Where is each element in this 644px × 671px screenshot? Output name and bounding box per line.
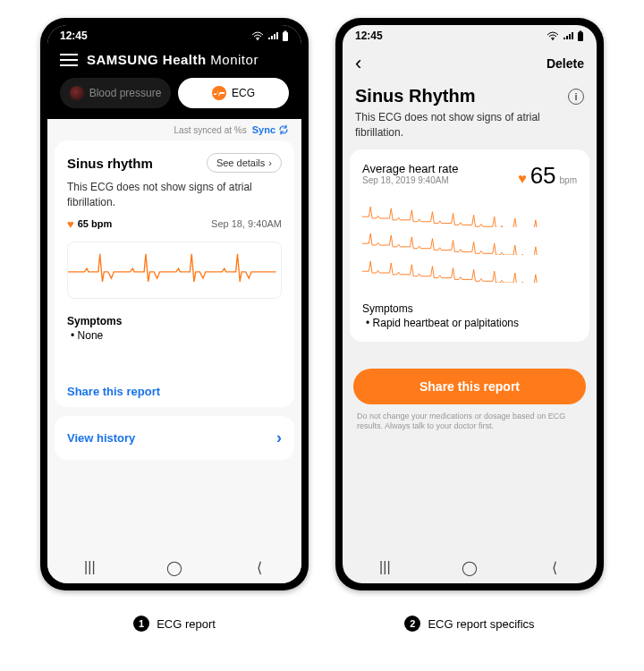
phone-a-screen: 12:45 SAMSUNG Health Monitor [47, 25, 301, 583]
sync-row: Last synced at %s Sync [47, 119, 301, 140]
svg-rect-4 [578, 32, 583, 41]
detail-header: ‹ Delete [343, 47, 597, 79]
phone-a-column: 12:45 SAMSUNG Health Monitor [40, 18, 309, 632]
status-time: 12:45 [355, 30, 383, 42]
result-title: Sinus rhythm [67, 156, 153, 171]
info-icon[interactable]: i [568, 89, 584, 105]
bpm-text: 65 bpm [78, 218, 113, 229]
phone-b-column: 12:45 ‹ Delete Sinus Rhythm i This ECG d… [335, 18, 604, 632]
svg-rect-5 [580, 31, 582, 33]
phone-b-screen: 12:45 ‹ Delete Sinus Rhythm i This ECG d… [343, 25, 597, 583]
app-header: SAMSUNG Health Monitor Blood pressure EC [47, 47, 301, 119]
result-description: This ECG does not show signs of atrial f… [343, 110, 597, 149]
nav-home-icon[interactable]: ◯ [459, 559, 480, 576]
ecg-icon [212, 86, 226, 100]
view-history-button[interactable]: View history › [55, 416, 294, 460]
refresh-icon [278, 124, 289, 135]
heart-rate-label: Average heart rate [362, 162, 458, 175]
status-bar: 12:45 [343, 25, 597, 47]
status-icons [251, 30, 289, 41]
sync-label: Sync [252, 124, 275, 135]
content-area: Last synced at %s Sync Sinus rhythm See … [47, 119, 301, 583]
nav-home-icon[interactable]: ◯ [164, 559, 185, 576]
battery-icon [282, 30, 289, 41]
title-row: Sinus Rhythm i [343, 79, 597, 110]
share-report-link[interactable]: Share this report [67, 385, 282, 398]
battery-icon [577, 30, 584, 41]
svg-point-3 [552, 38, 554, 40]
nav-back-icon[interactable]: ⟨ [544, 559, 565, 576]
symptoms-block: Symptoms None [67, 315, 282, 342]
nav-recents-icon[interactable]: ||| [79, 559, 100, 575]
share-report-button[interactable]: Share this report [353, 369, 586, 404]
svg-point-0 [257, 38, 258, 40]
caption-b-num: 2 [404, 616, 420, 632]
detail-card: Average heart rate Sep 18, 2019 9:40AM ♥… [350, 149, 589, 342]
heart-rate-timestamp: Sep 18, 2019 9:40AM [362, 175, 458, 185]
nav-recents-icon[interactable]: ||| [374, 559, 395, 575]
svg-rect-2 [284, 31, 287, 33]
measurement-time: Sep 18, 9:40AM [211, 218, 282, 229]
app-title-bold: SAMSUNG [87, 52, 158, 67]
app-title-mid: Health [163, 52, 207, 67]
tab-ecg-label: ECG [232, 87, 255, 99]
symptoms-label: Symptoms [67, 315, 122, 327]
bpm-row: ♥ 65 bpm Sep 18, 9:40AM [67, 217, 282, 231]
heart-rate-value: 65 [530, 162, 556, 190]
disclaimer-text: Do not change your medications or dosage… [343, 404, 597, 432]
caption-a-text: ECG report [157, 617, 216, 631]
page-title: Sinus Rhythm [355, 86, 475, 106]
signal-icon [267, 31, 278, 40]
tab-bp-label: Blood pressure [89, 87, 162, 99]
see-details-label: See details [216, 157, 265, 168]
back-button[interactable]: ‹ [355, 52, 361, 75]
android-nav: ||| ◯ ⟨ [343, 551, 597, 583]
view-history-label: View history [67, 431, 135, 445]
caption-b-text: ECG report specifics [428, 617, 534, 631]
last-synced-text: Last synced at %s [174, 125, 247, 135]
chevron-right-icon: › [268, 157, 272, 168]
android-nav: ||| ◯ ⟨ [47, 551, 301, 583]
symptoms-label: Symptoms [362, 302, 577, 315]
delete-button[interactable]: Delete [547, 56, 584, 71]
svg-rect-1 [283, 32, 288, 41]
status-time: 12:45 [60, 30, 88, 42]
status-icons [547, 30, 584, 41]
tab-ecg[interactable]: ECG [178, 78, 289, 108]
ecg-waveform-detail [362, 202, 577, 283]
result-description: This ECG does not show signs of atrial f… [67, 180, 282, 210]
symptoms-block: Symptoms Rapid heartbeat or palpitations [362, 302, 577, 329]
status-bar: 12:45 [47, 25, 301, 47]
ecg-waveform [67, 242, 282, 299]
app-title-thin: Monitor [210, 52, 258, 67]
app-title: SAMSUNG Health Monitor [87, 52, 258, 67]
heart-rate-value-block: ♥ 65 bpm [518, 162, 577, 190]
heart-rate-unit: bpm [560, 175, 577, 185]
comparison-stage: 12:45 SAMSUNG Health Monitor [40, 18, 604, 632]
caption-b: 2 ECG report specifics [404, 616, 534, 632]
caption-a: 1 ECG report [133, 616, 216, 632]
phone-a-frame: 12:45 SAMSUNG Health Monitor [40, 18, 309, 590]
title-row: SAMSUNG Health Monitor [60, 52, 289, 67]
nav-back-icon[interactable]: ⟨ [249, 559, 270, 576]
signal-icon [563, 31, 573, 40]
caption-a-num: 1 [133, 616, 149, 632]
heart-rate-row: Average heart rate Sep 18, 2019 9:40AM ♥… [362, 162, 577, 190]
heart-icon: ♥ [67, 217, 74, 231]
phone-b-frame: 12:45 ‹ Delete Sinus Rhythm i This ECG d… [335, 18, 604, 590]
wifi-icon [547, 31, 559, 40]
wifi-icon [251, 31, 264, 40]
card-header: Sinus rhythm See details › [67, 153, 282, 173]
category-tabs: Blood pressure ECG [60, 78, 289, 108]
see-details-button[interactable]: See details › [207, 153, 282, 173]
symptoms-value: None [71, 329, 282, 342]
menu-icon[interactable] [60, 54, 78, 66]
tab-blood-pressure[interactable]: Blood pressure [60, 78, 171, 108]
chevron-right-icon: › [276, 429, 282, 447]
heart-rate-left: Average heart rate Sep 18, 2019 9:40AM [362, 162, 458, 185]
sync-button[interactable]: Sync [252, 124, 289, 135]
symptoms-value: Rapid heartbeat or palpitations [362, 317, 577, 329]
blood-pressure-icon [70, 86, 84, 100]
result-card: Sinus rhythm See details › This ECG does… [55, 140, 294, 407]
bpm-value: ♥ 65 bpm [67, 217, 112, 231]
